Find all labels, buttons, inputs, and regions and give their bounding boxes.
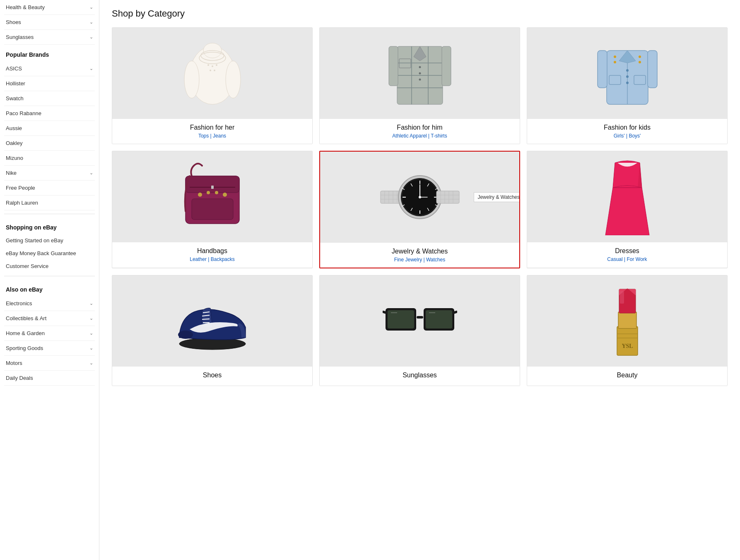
sidebar-item-label: Oakley <box>6 140 22 146</box>
svg-line-84 <box>202 319 210 319</box>
category-card-handbags[interactable]: Handbags Leather | Backpacks <box>112 151 313 268</box>
svg-point-36 <box>614 61 616 63</box>
svg-rect-42 <box>192 199 233 220</box>
svg-point-46 <box>223 193 227 197</box>
card-subtitle: Athletic Apparel | T-shirts <box>324 133 516 139</box>
sidebar-item-label: Health & Beauty <box>6 4 45 10</box>
sidebar-item-brand[interactable]: Ralph Lauren <box>4 196 95 210</box>
svg-point-4 <box>184 61 199 98</box>
sidebar-item-sunglasses[interactable]: Sunglasses ⌄ <box>4 30 95 45</box>
svg-point-10 <box>214 70 215 71</box>
svg-text:YSL: YSL <box>622 343 633 349</box>
chevron-icon: ⌄ <box>89 345 93 351</box>
sidebar-item-brand[interactable]: Aussie <box>4 121 95 136</box>
svg-point-9 <box>210 70 211 71</box>
sidebar-item-label: Sunglasses <box>6 34 34 40</box>
svg-point-27 <box>626 69 629 72</box>
svg-point-28 <box>626 75 629 78</box>
sidebar-item-label: Sporting Goods <box>6 345 43 351</box>
sidebar-item-also[interactable]: Home & Garden⌄ <box>4 326 95 341</box>
category-card-dresses[interactable]: Dresses Casual | For Work <box>527 151 728 268</box>
category-card-beauty[interactable]: YSL Beauty <box>527 275 728 386</box>
svg-rect-33 <box>648 51 657 88</box>
svg-point-6 <box>207 64 209 66</box>
svg-rect-22 <box>389 46 398 86</box>
svg-line-92 <box>383 312 386 313</box>
card-subtitle: Leather | Backpacks <box>116 256 308 262</box>
card-subtitle: Casual | For Work <box>531 256 723 262</box>
also-title: Also on eBay <box>4 280 95 296</box>
chevron-icon: ⌄ <box>89 360 93 366</box>
divider <box>4 214 95 214</box>
also-list: Electronics⌄Collectibles & Art⌄Home & Ga… <box>4 296 95 386</box>
sidebar-item-health-beauty[interactable]: Health & Beauty ⌄ <box>4 0 95 15</box>
card-subtitle: Girls' | Boys' <box>531 133 723 139</box>
svg-rect-73 <box>436 191 459 203</box>
svg-rect-23 <box>442 46 451 86</box>
chevron-icon: ⌄ <box>89 5 93 10</box>
category-card-shoes[interactable]: Shoes <box>112 275 313 386</box>
sidebar-item-label: Aussie <box>6 125 22 131</box>
sidebar-item-brand[interactable]: Mizuno <box>4 151 95 166</box>
sidebar-item-label: Hollister <box>6 80 25 87</box>
card-image <box>527 28 727 119</box>
card-body: Dresses Casual | For Work <box>527 242 727 267</box>
card-body: Sunglasses <box>320 367 520 386</box>
svg-rect-87 <box>417 316 423 319</box>
svg-line-93 <box>454 312 456 313</box>
card-image <box>527 151 727 242</box>
chevron-icon: ⌄ <box>89 19 93 25</box>
category-card-fashion-her[interactable]: Fashion for her Tops | Jeans <box>112 27 313 144</box>
tooltip-badge: Jewelry & Watches <box>474 192 519 202</box>
svg-point-35 <box>639 56 641 58</box>
sidebar-item-brand[interactable]: Hollister <box>4 76 95 91</box>
card-title: Fashion for kids <box>531 124 723 131</box>
svg-rect-96 <box>617 326 638 355</box>
sidebar-item-label: Home & Garden <box>6 330 45 336</box>
sidebar-item-brand[interactable]: ASICS⌄ <box>4 61 95 76</box>
svg-point-45 <box>215 191 218 194</box>
popular-brands-title: Popular Brands <box>4 45 95 61</box>
category-card-fashion-him[interactable]: Fashion for him Athletic Apparel | T-shi… <box>319 27 520 144</box>
card-subtitle: Tops | Jeans <box>116 133 308 139</box>
chevron-icon: ⌄ <box>89 66 93 71</box>
sidebar-item-label: Free People <box>6 185 35 191</box>
sidebar-shopping-link[interactable]: Customer Service <box>4 260 95 273</box>
sidebar-shopping-link[interactable]: eBay Money Back Guarantee <box>4 247 95 260</box>
card-title: Beauty <box>531 372 723 379</box>
card-image: YSL <box>527 275 727 367</box>
sidebar-item-also[interactable]: Electronics⌄ <box>4 296 95 311</box>
card-body: Fashion for him Athletic Apparel | T-shi… <box>320 119 520 144</box>
sidebar-item-label: Electronics <box>6 300 32 307</box>
sidebar-item-label: Daily Deals <box>6 375 33 381</box>
sidebar-item-shoes[interactable]: Shoes ⌄ <box>4 15 95 30</box>
brands-list: ASICS⌄HollisterSwatchPaco RabanneAussieO… <box>4 61 95 210</box>
svg-point-21 <box>419 79 421 81</box>
sidebar-item-label: Shoes <box>6 19 21 25</box>
sidebar-item-label: Ralph Lauren <box>6 200 38 206</box>
sidebar-item-also[interactable]: Sporting Goods⌄ <box>4 341 95 356</box>
sidebar-item-also[interactable]: Daily Deals <box>4 371 95 386</box>
category-card-jewelry-watches[interactable]: Jewelry & Watches Jewelry & Watches Fine… <box>319 151 520 268</box>
sidebar-item-also[interactable]: Collectibles & Art⌄ <box>4 311 95 326</box>
sidebar-shopping-link[interactable]: Getting Started on eBay <box>4 234 95 247</box>
category-card-fashion-kids[interactable]: Fashion for kids Girls' | Boys' <box>527 27 728 144</box>
svg-point-34 <box>614 56 616 58</box>
sidebar-item-brand[interactable]: Swatch <box>4 91 95 106</box>
svg-point-5 <box>226 61 241 98</box>
sidebar-item-also[interactable]: Motors⌄ <box>4 356 95 371</box>
svg-rect-39 <box>186 176 239 193</box>
sidebar-item-brand[interactable]: Free People <box>4 181 95 196</box>
sidebar-item-brand[interactable]: Nike⌄ <box>4 166 95 181</box>
shopping-links: Getting Started on eBayeBay Money Back G… <box>4 234 95 273</box>
card-image: Jewelry & Watches <box>320 152 519 243</box>
sidebar-item-brand[interactable]: Paco Rabanne <box>4 106 95 121</box>
chevron-icon: ⌄ <box>89 301 93 306</box>
card-image <box>320 275 520 367</box>
sidebar-item-label: Swatch <box>6 95 24 101</box>
category-card-sunglasses[interactable]: Sunglasses <box>319 275 520 386</box>
card-body: Fashion for her Tops | Jeans <box>112 119 312 144</box>
chevron-icon: ⌄ <box>89 331 93 336</box>
sidebar-item-brand[interactable]: Oakley <box>4 136 95 151</box>
card-title: Shoes <box>116 372 308 379</box>
